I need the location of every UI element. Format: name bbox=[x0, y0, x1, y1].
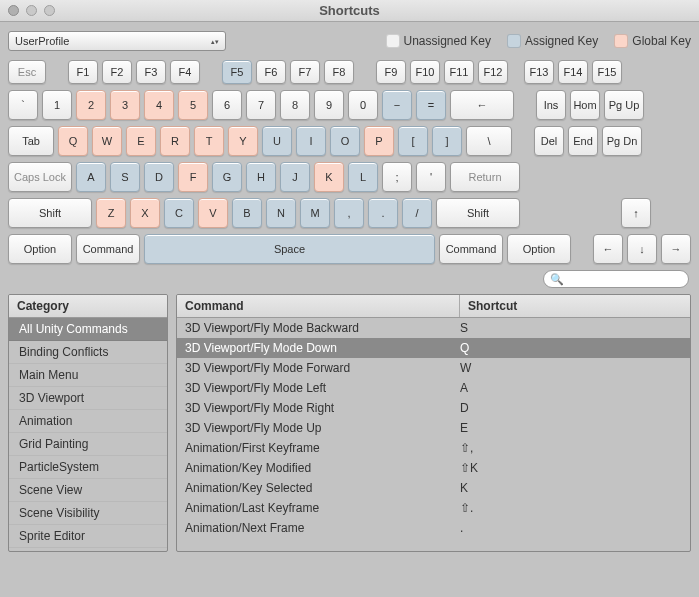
key-capslock[interactable]: Caps Lock bbox=[8, 162, 72, 192]
key-d[interactable]: D bbox=[144, 162, 174, 192]
category-row[interactable]: 3D Viewport bbox=[9, 387, 167, 410]
key-f15[interactable]: F15 bbox=[592, 60, 622, 84]
key-left-command[interactable]: Command bbox=[76, 234, 140, 264]
key-b[interactable]: B bbox=[232, 198, 262, 228]
key-semicolon[interactable]: ; bbox=[382, 162, 412, 192]
command-row[interactable]: 3D Viewport/Fly Mode RightD bbox=[177, 398, 690, 418]
category-row[interactable]: Scene View bbox=[9, 479, 167, 502]
key-4[interactable]: 4 bbox=[144, 90, 174, 120]
key-1[interactable]: 1 bbox=[42, 90, 72, 120]
key-f1[interactable]: F1 bbox=[68, 60, 98, 84]
key-9[interactable]: 9 bbox=[314, 90, 344, 120]
key-tab[interactable]: Tab bbox=[8, 126, 54, 156]
key-left-shift[interactable]: Shift bbox=[8, 198, 92, 228]
search-input[interactable]: 🔍 bbox=[543, 270, 689, 288]
command-row[interactable]: Animation/Key Modified⇧K bbox=[177, 458, 690, 478]
category-list[interactable]: All Unity CommandsBinding ConflictsMain … bbox=[9, 318, 167, 551]
key-period[interactable]: . bbox=[368, 198, 398, 228]
key-i[interactable]: I bbox=[296, 126, 326, 156]
key-a[interactable]: A bbox=[76, 162, 106, 192]
key-backspace[interactable]: ← bbox=[450, 90, 514, 120]
key-7[interactable]: 7 bbox=[246, 90, 276, 120]
key-slash[interactable]: / bbox=[402, 198, 432, 228]
key-m[interactable]: M bbox=[300, 198, 330, 228]
key-c[interactable]: C bbox=[164, 198, 194, 228]
key-right[interactable]: → bbox=[661, 234, 691, 264]
key-apostrophe[interactable]: ' bbox=[416, 162, 446, 192]
command-row[interactable]: 3D Viewport/Fly Mode LeftA bbox=[177, 378, 690, 398]
key-5[interactable]: 5 bbox=[178, 90, 208, 120]
key-v[interactable]: V bbox=[198, 198, 228, 228]
key-f13[interactable]: F13 bbox=[524, 60, 554, 84]
command-row[interactable]: 3D Viewport/Fly Mode BackwardS bbox=[177, 318, 690, 338]
command-list[interactable]: 3D Viewport/Fly Mode BackwardS3D Viewpor… bbox=[177, 318, 690, 551]
key-k[interactable]: K bbox=[314, 162, 344, 192]
key-r[interactable]: R bbox=[160, 126, 190, 156]
key-f7[interactable]: F7 bbox=[290, 60, 320, 84]
key-g[interactable]: G bbox=[212, 162, 242, 192]
key-space[interactable]: Space bbox=[144, 234, 435, 264]
key-return[interactable]: Return bbox=[450, 162, 520, 192]
command-row[interactable]: 3D Viewport/Fly Mode ForwardW bbox=[177, 358, 690, 378]
key-right-shift[interactable]: Shift bbox=[436, 198, 520, 228]
command-row[interactable]: 3D Viewport/Fly Mode DownQ bbox=[177, 338, 690, 358]
key-comma[interactable]: , bbox=[334, 198, 364, 228]
key-backslash[interactable]: \ bbox=[466, 126, 512, 156]
key-f8[interactable]: F8 bbox=[324, 60, 354, 84]
key-left[interactable]: ← bbox=[593, 234, 623, 264]
key-pgup[interactable]: Pg Up bbox=[604, 90, 644, 120]
key-ins[interactable]: Ins bbox=[536, 90, 566, 120]
key-3[interactable]: 3 bbox=[110, 90, 140, 120]
key-f6[interactable]: F6 bbox=[256, 60, 286, 84]
key-up[interactable]: ↑ bbox=[621, 198, 651, 228]
key-f[interactable]: F bbox=[178, 162, 208, 192]
key-h[interactable]: H bbox=[246, 162, 276, 192]
command-row[interactable]: Animation/First Keyframe⇧, bbox=[177, 438, 690, 458]
key-z[interactable]: Z bbox=[96, 198, 126, 228]
key-p[interactable]: P bbox=[364, 126, 394, 156]
key-esc[interactable]: Esc bbox=[8, 60, 46, 84]
category-row[interactable]: Grid Painting bbox=[9, 433, 167, 456]
category-row[interactable]: Animation bbox=[9, 410, 167, 433]
key-right-command[interactable]: Command bbox=[439, 234, 503, 264]
category-row[interactable]: Scene Visibility bbox=[9, 502, 167, 525]
key-q[interactable]: Q bbox=[58, 126, 88, 156]
category-row[interactable]: Sprite Editor bbox=[9, 525, 167, 548]
key-backtick[interactable]: ` bbox=[8, 90, 38, 120]
key-0[interactable]: 0 bbox=[348, 90, 378, 120]
key-down[interactable]: ↓ bbox=[627, 234, 657, 264]
command-row[interactable]: Animation/Key SelectedK bbox=[177, 478, 690, 498]
command-row[interactable]: 3D Viewport/Fly Mode UpE bbox=[177, 418, 690, 438]
category-row[interactable]: Binding Conflicts bbox=[9, 341, 167, 364]
key-minus[interactable]: − bbox=[382, 90, 412, 120]
key-del[interactable]: Del bbox=[534, 126, 564, 156]
key-f12[interactable]: F12 bbox=[478, 60, 508, 84]
key-f2[interactable]: F2 bbox=[102, 60, 132, 84]
key-f11[interactable]: F11 bbox=[444, 60, 474, 84]
key-pgdn[interactable]: Pg Dn bbox=[602, 126, 642, 156]
key-o[interactable]: O bbox=[330, 126, 360, 156]
key-2[interactable]: 2 bbox=[76, 90, 106, 120]
key-t[interactable]: T bbox=[194, 126, 224, 156]
key-f3[interactable]: F3 bbox=[136, 60, 166, 84]
profile-dropdown[interactable]: UserProfile ▴▾ bbox=[8, 31, 226, 51]
key-lbracket[interactable]: [ bbox=[398, 126, 428, 156]
key-j[interactable]: J bbox=[280, 162, 310, 192]
category-row[interactable]: Main Menu bbox=[9, 364, 167, 387]
key-y[interactable]: Y bbox=[228, 126, 258, 156]
key-f9[interactable]: F9 bbox=[376, 60, 406, 84]
category-row[interactable]: ParticleSystem bbox=[9, 456, 167, 479]
key-s[interactable]: S bbox=[110, 162, 140, 192]
command-row[interactable]: Animation/Next Frame. bbox=[177, 518, 690, 538]
key-f10[interactable]: F10 bbox=[410, 60, 440, 84]
command-row[interactable]: Animation/Last Keyframe⇧. bbox=[177, 498, 690, 518]
key-x[interactable]: X bbox=[130, 198, 160, 228]
key-end[interactable]: End bbox=[568, 126, 598, 156]
key-f4[interactable]: F4 bbox=[170, 60, 200, 84]
key-left-option[interactable]: Option bbox=[8, 234, 72, 264]
key-8[interactable]: 8 bbox=[280, 90, 310, 120]
key-n[interactable]: N bbox=[266, 198, 296, 228]
key-equal[interactable]: = bbox=[416, 90, 446, 120]
key-home[interactable]: Hom bbox=[570, 90, 600, 120]
key-6[interactable]: 6 bbox=[212, 90, 242, 120]
